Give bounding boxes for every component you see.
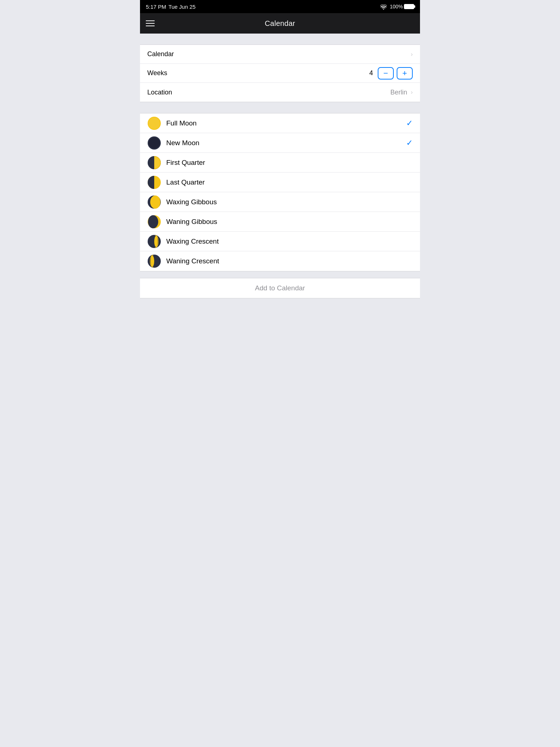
status-date: Tue Jun 25 [168,4,196,10]
hamburger-menu[interactable] [146,20,155,26]
status-time: 5:17 PM [146,4,166,10]
calendar-label: Calendar [147,50,174,58]
svg-point-3 [149,138,160,148]
moon-phase-left-waning-gibbous: Waning Gibbous [147,215,217,229]
moon-phase-icon-new-moon [147,136,161,150]
moon-phase-row-last-quarter[interactable]: Last Quarter [140,173,420,192]
svg-point-1 [148,117,160,129]
moon-phase-left-full-moon: Full Moon [147,116,197,130]
section-gap-middle [140,102,420,113]
status-indicators: 100% [380,4,414,9]
moon-phase-icon-waning-gibbous [147,215,161,229]
moon-phase-row-waxing-gibbous[interactable]: Waxing Gibbous [140,192,420,212]
moon-phase-icon-waxing-crescent [147,235,161,248]
moon-phase-icon-full-moon [147,116,161,130]
settings-section: Calendar › Weeks 4 − + Location Berlin › [140,44,420,102]
add-to-calendar-button[interactable]: Add to Calendar [140,278,420,298]
moon-phase-left-first-quarter: First Quarter [147,156,205,170]
moon-phase-row-full-moon[interactable]: Full Moon✓ [140,113,420,133]
moon-phase-checkmark-new-moon: ✓ [406,138,413,148]
moon-phase-left-new-moon: New Moon [147,136,199,150]
moon-phase-icon-last-quarter [147,175,161,189]
status-time-date: 5:17 PM Tue Jun 25 [146,4,195,10]
moon-phase-row-first-quarter[interactable]: First Quarter [140,153,420,173]
moon-phase-checkmark-full-moon: ✓ [406,119,413,128]
location-right: Berlin › [390,89,413,96]
weeks-value: 4 [368,69,375,77]
wifi-icon [380,4,387,9]
weeks-decrement-button[interactable]: − [378,67,394,80]
battery-indicator: 100% [390,4,414,9]
hamburger-line-3 [146,26,155,26]
battery-bar [404,4,414,9]
section-gap-top [140,34,420,44]
weeks-label: Weeks [147,69,167,77]
bottom-area [140,298,420,371]
moon-phase-left-waning-crescent: Waning Crescent [147,254,219,268]
location-value: Berlin [390,89,407,96]
location-label: Location [147,89,172,96]
svg-point-7 [150,196,160,209]
weeks-stepper: 4 − + [368,67,413,80]
svg-point-9 [148,215,158,228]
moon-phase-label-first-quarter: First Quarter [166,159,205,167]
moon-phases-section: Full Moon✓ New Moon✓ First Quarter Last … [140,113,420,271]
moon-phase-left-waxing-gibbous: Waxing Gibbous [147,195,217,209]
moon-phase-left-last-quarter: Last Quarter [147,175,205,189]
add-to-calendar-container: Add to Calendar [140,278,420,298]
moon-phase-label-waning-crescent: Waning Crescent [166,257,219,265]
hamburger-line-1 [146,20,155,21]
moon-phase-label-last-quarter: Last Quarter [166,178,205,186]
calendar-right: › [411,51,413,58]
svg-point-17 [151,256,154,267]
moon-phase-label-new-moon: New Moon [166,139,199,147]
location-chevron-icon: › [411,89,413,96]
moon-phase-row-waxing-crescent[interactable]: Waxing Crescent [140,232,420,251]
section-gap-before-btn [140,271,420,278]
moon-phase-left-waxing-crescent: Waxing Crescent [147,235,219,248]
moon-phase-icon-first-quarter [147,156,161,170]
battery-fill [405,5,413,8]
moon-phase-icon-waning-crescent [147,254,161,268]
weeks-row: Weeks 4 − + [140,64,420,83]
moon-phase-row-waning-gibbous[interactable]: Waning Gibbous [140,212,420,232]
weeks-increment-button[interactable]: + [397,67,413,80]
app-header: Calendar [140,13,420,34]
moon-phase-row-new-moon[interactable]: New Moon✓ [140,133,420,153]
moon-phase-label-full-moon: Full Moon [166,119,197,127]
moon-phase-label-waxing-gibbous: Waxing Gibbous [166,198,217,206]
header-title: Calendar [265,19,295,28]
svg-point-13 [154,236,158,247]
moon-phase-row-waning-crescent[interactable]: Waning Crescent [140,251,420,271]
status-bar: 5:17 PM Tue Jun 25 100% [140,0,420,13]
moon-phase-label-waxing-crescent: Waxing Crescent [166,237,219,245]
moon-phase-label-waning-gibbous: Waning Gibbous [166,218,217,226]
battery-percentage: 100% [390,4,403,9]
location-row[interactable]: Location Berlin › [140,83,420,102]
calendar-row[interactable]: Calendar › [140,45,420,64]
moon-phase-icon-waxing-gibbous [147,195,161,209]
hamburger-line-2 [146,23,155,24]
calendar-chevron-icon: › [411,51,413,58]
